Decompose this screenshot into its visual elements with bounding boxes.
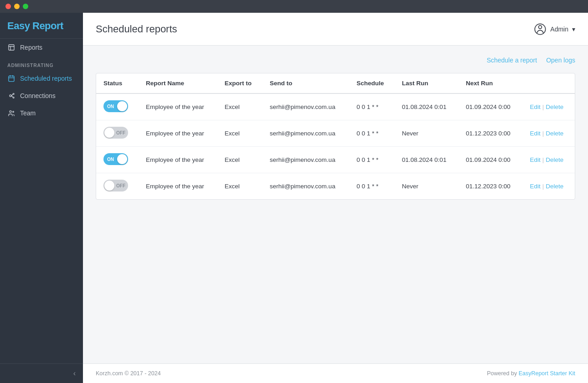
cell-schedule: 0 0 1 * * [349,120,395,147]
person-circle-icon [534,23,547,36]
footer-copyright: Korzh.com © 2017 - 2024 [96,370,161,377]
table-row: OFFEmployee of the yearExcelserhii@pimen… [96,120,575,147]
close-button[interactable] [5,4,11,9]
sidebar-nav: Reports [0,39,83,56]
collapse-button[interactable]: ‹ [73,369,76,378]
svg-point-15 [539,25,542,28]
sidebar-admin-label: ADMINISTRATING [0,56,83,70]
table-header-row: Status Report Name Export to Send to Sch… [96,73,575,93]
sidebar-item-scheduled-reports[interactable]: Scheduled reports [0,70,83,87]
cell-report-name: Employee of the year [139,120,217,147]
maximize-button[interactable] [23,4,28,9]
footer-powered: Powered by EasyReport Starter Kit [487,370,575,377]
scheduled-reports-table-container: Status Report Name Export to Send to Sch… [96,73,575,200]
action-separator: | [542,130,544,137]
cell-export-to: Excel [217,93,263,120]
delete-link[interactable]: Delete [546,183,563,190]
app-logo-text: Easy Report [7,20,63,31]
edit-link[interactable]: Edit [530,183,540,190]
cell-status: ON [96,93,139,120]
footer-powered-prefix: Powered by [487,370,518,377]
col-report-name: Report Name [139,73,217,93]
col-send-to: Send to [263,73,350,93]
cell-last-run: 01.08.2024 0:01 [395,93,459,120]
cell-send-to: serhii@pimenov.com.ua [263,173,350,200]
svg-rect-3 [9,76,14,82]
sidebar-item-connections[interactable]: Connections [0,87,83,104]
status-toggle[interactable]: OFF [103,127,128,139]
svg-line-10 [11,94,13,96]
reports-icon [7,43,15,52]
sidebar-item-team[interactable]: Team [0,104,83,122]
col-schedule: Schedule [349,73,395,93]
svg-point-13 [13,111,14,113]
team-icon [7,109,15,117]
cell-last-run: Never [395,173,459,200]
sidebar-item-team-label: Team [20,109,36,117]
sidebar-item-scheduled-reports-label: Scheduled reports [20,75,72,82]
header: Scheduled reports Admin ▾ [83,13,588,46]
edit-link[interactable]: Edit [530,104,540,110]
cell-send-to: serhii@pimenov.com.ua [263,147,350,173]
cell-last-run: Never [395,120,459,147]
col-actions [522,73,575,93]
cell-actions: Edit|Delete [522,147,575,173]
scheduled-reports-icon [7,74,15,83]
action-separator: | [542,104,544,110]
table-row: ONEmployee of the yearExcelserhii@pimeno… [96,147,575,173]
titlebar [0,0,588,13]
cell-next-run: 01.12.2023 0:00 [459,173,522,200]
sidebar-item-connections-label: Connections [20,92,56,99]
cell-next-run: 01.12.2023 0:00 [459,120,522,147]
sidebar-collapse: ‹ [0,363,83,383]
svg-rect-0 [9,45,14,50]
delete-link[interactable]: Delete [546,156,563,163]
footer: Korzh.com © 2017 - 2024 Powered by EasyR… [83,363,588,383]
col-last-run: Last Run [395,73,459,93]
footer-brand-link[interactable]: EasyReport Starter Kit [519,370,575,377]
status-toggle[interactable]: ON [103,100,128,112]
cell-export-to: Excel [217,173,263,200]
cell-export-to: Excel [217,120,263,147]
edit-link[interactable]: Edit [530,156,540,163]
svg-point-12 [10,111,11,113]
content-area: Schedule a report Open logs Status Repor… [83,46,588,363]
minimize-button[interactable] [14,4,20,9]
scheduled-reports-table: Status Report Name Export to Send to Sch… [96,73,575,199]
open-logs-link[interactable]: Open logs [546,57,575,64]
edit-link[interactable]: Edit [530,130,540,137]
status-toggle[interactable]: ON [103,153,128,165]
sidebar-item-reports-label: Reports [20,44,42,51]
sidebar-item-reports[interactable]: Reports [0,39,83,56]
cell-last-run: 01.08.2024 0:01 [395,147,459,173]
status-toggle[interactable]: OFF [103,180,128,192]
col-status: Status [96,73,139,93]
cell-report-name: Employee of the year [139,147,217,173]
cell-send-to: serhii@pimenov.com.ua [263,93,350,120]
delete-link[interactable]: Delete [546,104,563,110]
col-next-run: Next Run [459,73,522,93]
user-menu[interactable]: Admin ▾ [534,23,575,36]
table-row: ONEmployee of the yearExcelserhii@pimeno… [96,93,575,120]
cell-next-run: 01.09.2024 0:00 [459,147,522,173]
cell-status: OFF [96,173,139,200]
main-content: Scheduled reports Admin ▾ Schedule a rep… [83,13,588,383]
cell-status: ON [96,147,139,173]
cell-send-to: serhii@pimenov.com.ua [263,120,350,147]
sidebar-logo: Easy Report [0,13,83,39]
connections-icon [7,92,15,100]
delete-link[interactable]: Delete [546,130,563,137]
content-actions: Schedule a report Open logs [96,57,575,64]
col-export-to: Export to [217,73,263,93]
cell-report-name: Employee of the year [139,93,217,120]
cell-actions: Edit|Delete [522,120,575,147]
cell-actions: Edit|Delete [522,93,575,120]
cell-export-to: Excel [217,147,263,173]
cell-schedule: 0 0 1 * * [349,173,395,200]
schedule-report-link[interactable]: Schedule a report [487,57,537,64]
svg-line-11 [11,96,13,97]
cell-status: OFF [96,120,139,147]
user-dropdown-icon: ▾ [572,26,575,33]
page-title: Scheduled reports [96,23,177,35]
user-label: Admin [550,26,568,33]
